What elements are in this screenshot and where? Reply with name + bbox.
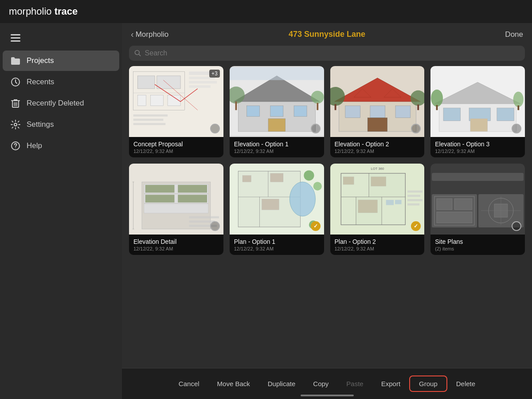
export-button[interactable]: Export: [372, 376, 409, 391]
paste-button[interactable]: Paste: [337, 376, 372, 391]
svg-rect-107: [407, 199, 422, 201]
card-info-elev3: Elevation - Option 3 12/12/22, 9:32 AM: [430, 137, 525, 157]
card-name-elevdetail: Elevation Detail: [133, 238, 219, 245]
back-chevron-icon: ‹: [131, 29, 134, 39]
svg-rect-111: [437, 199, 452, 210]
svg-rect-11: [137, 76, 155, 89]
card-name-elev2: Elevation - Option 2: [335, 141, 420, 148]
svg-rect-68: [178, 195, 207, 202]
select-circle-concept[interactable]: [210, 124, 220, 133]
svg-point-81: [289, 182, 315, 216]
back-button[interactable]: ‹ Morpholio: [131, 29, 184, 39]
duplicate-button[interactable]: Duplicate: [259, 376, 305, 391]
thumb-site-plans: [430, 164, 525, 235]
file-card-plan-1[interactable]: Plan - Option 1 12/12/22, 9:32 AM: [230, 164, 324, 255]
svg-rect-97: [341, 197, 356, 224]
main-layout: Projects Recents Recently: [0, 23, 532, 399]
select-circle-elevdetail[interactable]: [210, 221, 220, 231]
svg-point-5: [14, 123, 17, 126]
svg-rect-103: [386, 200, 393, 205]
thumb-elevation-1: [230, 66, 324, 137]
group-button[interactable]: Group: [409, 376, 447, 392]
sidebar: Projects Recents Recently: [0, 23, 122, 399]
file-grid: +3 Concept Proposal 12/12/22, 9:32 AM: [122, 66, 532, 368]
svg-rect-1: [11, 37, 20, 39]
svg-rect-85: [243, 176, 251, 182]
svg-point-7: [15, 148, 16, 149]
copy-button[interactable]: Copy: [304, 376, 337, 391]
cancel-button[interactable]: Cancel: [170, 376, 208, 391]
thumb-elevation-3: [430, 66, 525, 137]
page-title: 473 Sunnyside Lane: [184, 30, 470, 39]
svg-rect-101: [371, 177, 386, 186]
sidebar-item-projects[interactable]: Projects: [3, 51, 119, 71]
card-name-elev1: Elevation - Option 1: [234, 141, 320, 148]
file-card-site-plans[interactable]: Site Plans (2) items: [430, 164, 525, 255]
move-back-button[interactable]: Move Back: [208, 376, 259, 391]
file-card-elevation-detail[interactable]: Elevation Detail 12/12/22, 9:32 AM: [129, 164, 223, 255]
svg-rect-64: [144, 204, 208, 213]
svg-rect-58: [436, 105, 438, 110]
svg-rect-41: [345, 106, 360, 118]
select-circle-siteplans[interactable]: [512, 221, 521, 231]
select-circle-elev3[interactable]: [512, 124, 521, 133]
gear-icon: [10, 119, 21, 130]
svg-rect-55: [470, 119, 488, 132]
svg-rect-104: [395, 200, 402, 204]
sidebar-projects-label: Projects: [27, 56, 54, 65]
svg-rect-12: [157, 76, 180, 89]
sidebar-toggle[interactable]: [3, 28, 119, 48]
svg-rect-30: [268, 119, 286, 132]
search-input-wrap: [129, 46, 525, 61]
svg-rect-108: [407, 203, 419, 206]
file-card-elevation-2[interactable]: Elevation - Option 2 12/12/22, 9:32 AM: [330, 66, 425, 157]
thumb-plan-1: [230, 164, 324, 235]
file-card-elevation-3[interactable]: Elevation - Option 3 12/12/22, 9:32 AM: [430, 66, 525, 157]
svg-rect-43: [395, 106, 410, 118]
sidebar-item-recently-deleted[interactable]: Recently Deleted: [3, 93, 119, 113]
app-title: morpholio trace: [9, 6, 78, 17]
svg-rect-34: [317, 103, 318, 110]
search-input[interactable]: [145, 49, 520, 57]
back-label: Morpholio: [136, 30, 169, 39]
top-bar: ‹ Morpholio 473 Sunnyside Lane Done: [122, 23, 532, 46]
svg-rect-100: [343, 177, 354, 184]
sidebar-help-label: Help: [27, 141, 42, 150]
card-info-plan1: Plan - Option 1 12/12/22, 9:32 AM: [230, 235, 324, 255]
delete-button[interactable]: Delete: [447, 376, 484, 391]
thumb-elevation-2: [330, 66, 425, 137]
svg-rect-73: [189, 220, 215, 223]
svg-rect-102: [358, 200, 377, 213]
sidebar-item-recents[interactable]: Recents: [3, 72, 119, 92]
home-indicator: [301, 395, 354, 396]
action-bar: Cancel Move Back Duplicate Copy Paste Ex…: [122, 368, 532, 399]
folder-icon: [10, 55, 21, 66]
svg-rect-19: [189, 81, 217, 84]
svg-rect-59: [518, 106, 520, 110]
select-circle-elev1[interactable]: [311, 124, 321, 133]
svg-rect-42: [370, 106, 385, 118]
card-name-plan1: Plan - Option 1: [234, 238, 320, 245]
app-header: morpholio trace: [0, 0, 532, 23]
sidebar-item-help[interactable]: Help: [3, 136, 119, 156]
file-card-elevation-1[interactable]: Elevation - Option 1 12/12/22, 9:32 AM: [230, 66, 324, 157]
file-card-concept-proposal[interactable]: +3 Concept Proposal 12/12/22, 9:32 AM: [129, 66, 223, 157]
select-circle-plan1[interactable]: [311, 221, 321, 231]
card-date-concept: 12/12/22, 9:32 AM: [133, 149, 219, 154]
svg-rect-27: [246, 106, 259, 117]
file-card-plan-2[interactable]: LOT 360: [330, 164, 425, 255]
done-button[interactable]: Done: [470, 30, 523, 39]
svg-rect-67: [145, 195, 175, 202]
action-bar-inner: Cancel Move Back Duplicate Copy Paste Ex…: [170, 376, 484, 392]
svg-rect-14: [137, 95, 146, 106]
svg-rect-54: [497, 108, 514, 121]
help-icon: [10, 140, 21, 152]
card-info-elev2: Elevation - Option 2 12/12/22, 9:32 AM: [330, 137, 425, 157]
svg-rect-21: [133, 114, 168, 117]
sidebar-item-settings[interactable]: Settings: [3, 114, 119, 135]
svg-point-57: [513, 92, 524, 107]
badge-concept: +3: [209, 70, 220, 78]
svg-rect-44: [368, 118, 387, 132]
card-date-elev2: 12/12/22, 9:32 AM: [335, 149, 420, 154]
svg-rect-33: [235, 102, 237, 110]
